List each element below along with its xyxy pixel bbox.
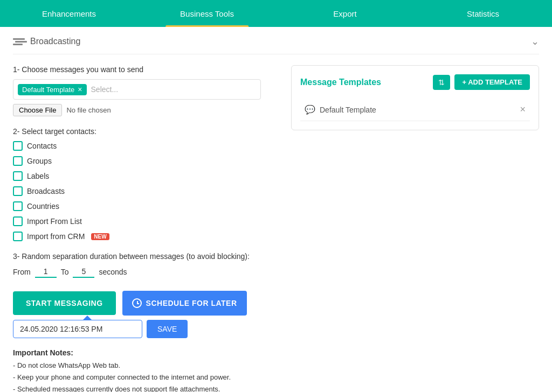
template-selector[interactable]: Default Template × Select... <box>13 79 261 100</box>
note-3: - Scheduled messages currently does not … <box>13 385 220 392</box>
schedule-for-later-button[interactable]: SCHEDULE FOR LATER <box>122 291 247 316</box>
step3-label: 3- Random separation duration between me… <box>13 252 278 261</box>
right-panel: Message Templates ⇅ + ADD TEMPLATE 💬 Def… <box>291 65 539 130</box>
main-layout: 1- Choose messages you want to send Defa… <box>13 65 539 392</box>
nav-item-export[interactable]: Export <box>276 0 414 27</box>
right-panel-header: Message Templates ⇅ + ADD TEMPLATE <box>300 74 530 90</box>
template-close-icon[interactable]: × <box>520 104 526 115</box>
notes-title: Important Notes: <box>13 348 73 357</box>
nav-item-enhancements[interactable]: Enhancements <box>0 0 138 27</box>
template-name: Default Template <box>320 106 376 114</box>
checkbox-import-from-list-box <box>13 216 23 226</box>
file-input-row: Choose File No file chosen <box>13 104 278 116</box>
template-select-placeholder: Select... <box>91 85 119 94</box>
checkbox-import-from-crm[interactable]: Import from CRM NEW <box>13 232 278 241</box>
checkbox-labels[interactable]: Labels <box>13 171 278 181</box>
sort-button[interactable]: ⇅ <box>433 75 450 90</box>
top-nav: Enhancements Business Tools Export Stati… <box>0 0 552 27</box>
clock-icon <box>132 298 142 308</box>
add-template-button[interactable]: + ADD TEMPLATE <box>454 74 530 90</box>
important-notes: Important Notes: - Do not close WhatsApp… <box>13 347 278 392</box>
buttons-row: START MESSAGING SCHEDULE FOR LATER <box>13 291 278 316</box>
from-label: From <box>13 268 31 276</box>
checkbox-groups-box <box>13 156 23 166</box>
message-templates-title: Message Templates <box>300 78 381 87</box>
checkbox-import-from-crm-box <box>13 232 23 241</box>
to-label: To <box>61 268 69 276</box>
schedule-row: SAVE <box>13 320 278 338</box>
broadcasting-section: Broadcasting <box>13 37 80 46</box>
step2-label: 2- Select target contacts: <box>13 127 278 136</box>
datetime-input[interactable] <box>13 320 142 338</box>
checkbox-groups[interactable]: Groups <box>13 156 278 166</box>
checkbox-contacts[interactable]: Contacts <box>13 141 278 151</box>
duration-row: From To seconds <box>13 266 278 278</box>
new-badge: NEW <box>91 233 109 240</box>
choose-file-button[interactable]: Choose File <box>13 104 62 116</box>
checkbox-countries[interactable]: Countries <box>13 201 278 211</box>
start-messaging-button[interactable]: START MESSAGING <box>13 291 116 315</box>
checkbox-import-from-list[interactable]: Import From List <box>13 216 278 226</box>
broadcasting-title: Broadcasting <box>30 37 80 46</box>
checkbox-group: Contacts Groups Labels Broadcasts Countr… <box>13 141 278 241</box>
save-button[interactable]: SAVE <box>147 320 188 338</box>
checkbox-countries-box <box>13 201 23 211</box>
checkbox-broadcasts-box <box>13 186 23 196</box>
no-file-text: No file chosen <box>66 106 111 114</box>
template-item-left: 💬 Default Template <box>305 104 376 115</box>
broadcasting-header: Broadcasting ⌄ <box>13 36 539 54</box>
note-2: - Keep your phone and computer connected… <box>13 373 231 381</box>
from-input[interactable] <box>35 266 57 278</box>
chevron-down-icon[interactable]: ⌄ <box>531 36 539 47</box>
message-icon: 💬 <box>305 104 315 115</box>
step1-label: 1- Choose messages you want to send <box>13 65 278 74</box>
checkbox-contacts-box <box>13 141 23 151</box>
nav-item-business-tools[interactable]: Business Tools <box>138 0 276 27</box>
template-list-item: 💬 Default Template × <box>300 99 530 121</box>
template-tag-close[interactable]: × <box>78 86 82 93</box>
checkbox-labels-box <box>13 171 23 181</box>
checkbox-broadcasts[interactable]: Broadcasts <box>13 186 278 196</box>
seconds-label: seconds <box>99 268 127 276</box>
page-content: Broadcasting ⌄ 1- Choose messages you wa… <box>0 27 552 392</box>
template-tag: Default Template × <box>18 84 87 95</box>
sort-icon: ⇅ <box>438 78 445 87</box>
broadcasting-icon <box>13 38 25 45</box>
right-panel-actions: ⇅ + ADD TEMPLATE <box>433 74 530 90</box>
nav-item-statistics[interactable]: Statistics <box>414 0 552 27</box>
to-input[interactable] <box>73 266 94 278</box>
left-panel: 1- Choose messages you want to send Defa… <box>13 65 278 392</box>
note-1: - Do not close WhatsApp Web tab. <box>13 361 120 369</box>
